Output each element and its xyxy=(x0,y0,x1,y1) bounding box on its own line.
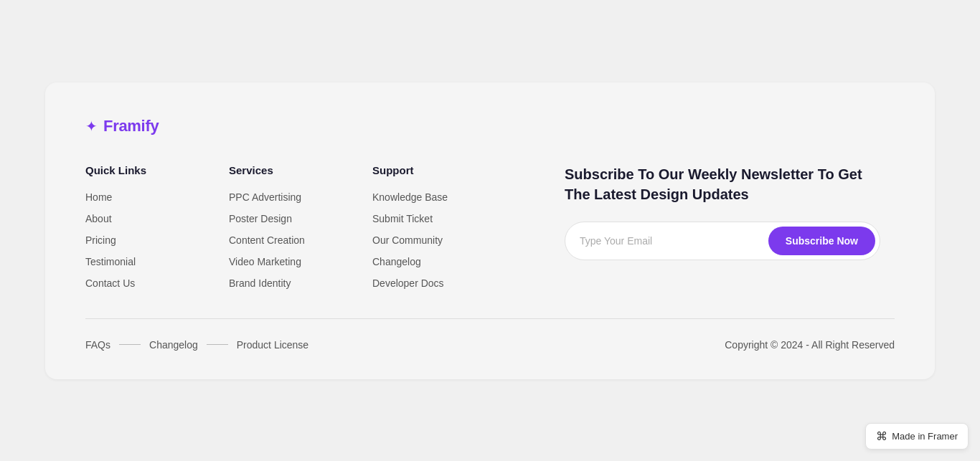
quick-links-list: Home About Pricing Testimonial Contact U… xyxy=(85,191,229,290)
bottom-link-faqs[interactable]: FAQs xyxy=(85,339,110,351)
support-community[interactable]: Our Community xyxy=(372,234,443,246)
list-item: Pricing xyxy=(85,234,229,247)
list-item: Poster Design xyxy=(229,212,372,225)
newsletter-col: Subscribe To Our Weekly Newsletter To Ge… xyxy=(565,164,895,290)
quick-link-pricing[interactable]: Pricing xyxy=(85,234,116,246)
quick-link-contact[interactable]: Contact Us xyxy=(85,277,135,289)
newsletter-form: Subscribe Now xyxy=(565,222,880,260)
logo-accent: fy xyxy=(145,117,159,135)
copyright-text: Copyright © 2024 - All Right Reserved xyxy=(725,339,895,351)
list-item: PPC Advertising xyxy=(229,191,372,204)
support-list: Knowledge Base Submit Ticket Our Communi… xyxy=(372,191,565,290)
quick-links-col: Quick Links Home About Pricing Testimoni… xyxy=(85,164,229,290)
list-item: Our Community xyxy=(372,234,565,247)
subscribe-button[interactable]: Subscribe Now xyxy=(768,227,875,255)
list-item: Changelog xyxy=(372,255,565,268)
bottom-row: FAQs Changelog Product License Copyright… xyxy=(85,339,895,351)
services-col: Services PPC Advertising Poster Design C… xyxy=(229,164,372,290)
separator-2 xyxy=(207,344,228,345)
newsletter-heading: Subscribe To Our Weekly Newsletter To Ge… xyxy=(565,164,880,204)
list-item: Testimonial xyxy=(85,255,229,268)
list-item: About xyxy=(85,212,229,225)
quick-link-about[interactable]: About xyxy=(85,213,112,224)
columns-row: Quick Links Home About Pricing Testimoni… xyxy=(85,164,895,290)
support-devdocs[interactable]: Developer Docs xyxy=(372,277,444,289)
framer-icon: ⌘ xyxy=(876,429,887,443)
logo-star-icon: ✦ xyxy=(85,119,98,133)
footer-card: ✦ Framify Quick Links Home About Pricing… xyxy=(45,82,935,379)
support-changelog[interactable]: Changelog xyxy=(372,256,421,267)
support-col: Support Knowledge Base Submit Ticket Our… xyxy=(372,164,565,290)
quick-links-heading: Quick Links xyxy=(85,164,229,176)
list-item: Brand Identity xyxy=(229,277,372,290)
list-item: Video Marketing xyxy=(229,255,372,268)
separator-1 xyxy=(119,344,141,345)
service-video[interactable]: Video Marketing xyxy=(229,256,301,267)
made-in-framer-badge: ⌘ Made in Framer xyxy=(865,423,969,450)
bottom-link-product-license[interactable]: Product License xyxy=(237,339,308,351)
bottom-links: FAQs Changelog Product License xyxy=(85,339,308,351)
service-content[interactable]: Content Creation xyxy=(229,234,305,246)
list-item: Knowledge Base xyxy=(372,191,565,204)
service-ppc[interactable]: PPC Advertising xyxy=(229,191,301,203)
support-knowledge[interactable]: Knowledge Base xyxy=(372,191,448,203)
divider xyxy=(85,318,895,319)
service-brand[interactable]: Brand Identity xyxy=(229,277,291,289)
support-heading: Support xyxy=(372,164,565,176)
bottom-link-changelog[interactable]: Changelog xyxy=(149,339,198,351)
email-input[interactable] xyxy=(580,235,768,247)
logo-text: Framify xyxy=(103,117,159,136)
made-in-framer-label: Made in Framer xyxy=(892,431,958,442)
quick-link-home[interactable]: Home xyxy=(85,191,112,203)
list-item: Submit Ticket xyxy=(372,212,565,225)
list-item: Developer Docs xyxy=(372,277,565,290)
service-poster[interactable]: Poster Design xyxy=(229,213,292,224)
support-ticket[interactable]: Submit Ticket xyxy=(372,213,433,224)
logo-brand: Frami xyxy=(103,117,145,135)
list-item: Contact Us xyxy=(85,277,229,290)
logo-row: ✦ Framify xyxy=(85,117,895,136)
list-item: Home xyxy=(85,191,229,204)
services-list: PPC Advertising Poster Design Content Cr… xyxy=(229,191,372,290)
list-item: Content Creation xyxy=(229,234,372,247)
quick-link-testimonial[interactable]: Testimonial xyxy=(85,256,136,267)
services-heading: Services xyxy=(229,164,372,176)
